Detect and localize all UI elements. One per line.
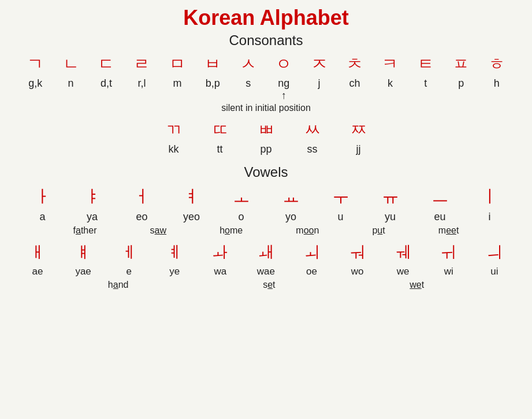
- example-wet: wet: [410, 280, 424, 290]
- silent-note: silent in initial position: [12, 103, 520, 113]
- vowel-o-char: ㅗ: [225, 185, 257, 209]
- vowel-eo-char: ㅓ: [126, 185, 158, 209]
- vowel-ya-char: ㅑ: [76, 185, 108, 209]
- vowel-yo-char: ㅛ: [275, 185, 307, 209]
- vowel-oe-roman: oe: [299, 266, 325, 277]
- roman-n: n: [59, 77, 83, 102]
- vowel-wo-roman: wo: [344, 266, 370, 277]
- vowel-ui-roman: ui: [481, 266, 507, 277]
- vowel-e-char: ㅔ: [116, 242, 142, 264]
- example-saw: saw: [150, 225, 166, 236]
- vowel-wae-roman: wae: [253, 266, 279, 277]
- vowel-wo-char: ㅝ: [344, 242, 370, 264]
- vowel-o-roman: o: [225, 211, 257, 223]
- vowel-ui-char: ㅢ: [481, 242, 507, 264]
- roman-rl: r,l: [130, 77, 153, 102]
- char-ng: ㅇ: [272, 53, 295, 75]
- roman-ch: ch: [343, 77, 366, 102]
- example-put: put: [372, 225, 385, 236]
- page-title: Korean Alphabet: [12, 6, 520, 30]
- doubled-ss-char: ㅆ: [301, 119, 324, 141]
- vowels-section: Vowels ㅏ ㅑ ㅓ ㅕ ㅗ ㅛ ㅜ ㅠ ㅡ ㅣ a ya eo yeo o…: [12, 164, 520, 290]
- char-p: ㅍ: [449, 53, 473, 75]
- vowel-ye-roman: ye: [162, 266, 188, 277]
- vowels1-chars-row: ㅏ ㅑ ㅓ ㅕ ㅗ ㅛ ㅜ ㅠ ㅡ ㅣ: [12, 185, 520, 209]
- doubled-jj-char: ㅉ: [347, 119, 370, 141]
- main-container: Korean Alphabet Consonants ㄱ ㄴ ㄷ ㄹ ㅁ ㅂ ㅅ…: [12, 6, 520, 293]
- vowel-ye-char: ㅖ: [162, 242, 188, 264]
- char-gk: ㄱ: [24, 53, 47, 75]
- vowel-ae-char: ㅐ: [25, 242, 51, 264]
- doubled-kk-roman: kk: [162, 143, 185, 155]
- doubled-pp-roman: pp: [255, 143, 278, 155]
- doubled-tt-roman: tt: [209, 143, 232, 155]
- consonants-roman-row: g,k n d,t r,l m b,p s ng↑ j ch k t p h: [12, 77, 520, 102]
- vowels1-roman-row: a ya eo yeo o yo u yu eu i: [12, 211, 520, 223]
- vowel-oe-char: ㅚ: [299, 242, 325, 264]
- example-home: home: [220, 225, 243, 236]
- roman-gk: g,k: [24, 77, 47, 102]
- vowel-yeo-roman: yeo: [176, 211, 207, 223]
- vowel-a-char: ㅏ: [27, 185, 58, 209]
- example-meet: meet: [438, 225, 459, 236]
- vowel-yo-roman: yo: [275, 211, 307, 223]
- char-s: ㅅ: [237, 53, 260, 75]
- roman-p: p: [449, 77, 473, 102]
- char-k: ㅋ: [378, 53, 401, 75]
- doubled-tt-char: ㄸ: [209, 119, 232, 141]
- char-m: ㅁ: [166, 53, 189, 75]
- vowel-ae-roman: ae: [25, 266, 51, 277]
- doubled-chars-row: ㄲ ㄸ ㅃ ㅆ ㅉ: [12, 119, 520, 141]
- doubled-ss-roman: ss: [301, 143, 324, 155]
- example-father: father: [73, 225, 97, 236]
- vowel-i-char: ㅣ: [474, 185, 505, 209]
- roman-t: t: [414, 77, 437, 102]
- doubled-kk-char: ㄲ: [162, 119, 185, 141]
- doubled-jj-roman: jj: [347, 143, 370, 155]
- vowel-eo-roman: eo: [126, 211, 158, 223]
- char-ch: ㅊ: [343, 53, 366, 75]
- roman-k: k: [378, 77, 401, 102]
- vowel-we-char: ㅞ: [390, 242, 416, 264]
- vowel-yu-char: ㅠ: [374, 185, 406, 209]
- char-h: ㅎ: [485, 53, 508, 75]
- roman-bp: b,p: [201, 77, 224, 102]
- vowel-yeo-char: ㅕ: [176, 185, 207, 209]
- vowel-u-roman: u: [325, 211, 356, 223]
- vowel-wi-roman: wi: [436, 266, 462, 277]
- char-dt: ㄷ: [95, 53, 118, 75]
- char-j: ㅈ: [308, 53, 331, 75]
- vowels1-examples-row: father saw home moon put meet: [12, 225, 520, 236]
- doubled-pp-char: ㅃ: [255, 119, 278, 141]
- example-hand: hand: [108, 280, 129, 290]
- roman-s: s: [237, 77, 260, 102]
- roman-h: h: [485, 77, 508, 102]
- vowel-wa-char: ㅘ: [207, 242, 233, 264]
- vowel-yae-char: ㅒ: [70, 242, 96, 264]
- vowel-yu-roman: yu: [374, 211, 406, 223]
- vowel-wa-roman: wa: [207, 266, 233, 277]
- vowel-i-roman: i: [474, 211, 505, 223]
- vowel-u-char: ㅜ: [325, 185, 356, 209]
- char-rl: ㄹ: [130, 53, 153, 75]
- roman-dt: d,t: [95, 77, 118, 102]
- char-n: ㄴ: [59, 53, 83, 75]
- vowel-we-roman: we: [390, 266, 416, 277]
- roman-ng: ng↑: [272, 77, 295, 102]
- roman-m: m: [166, 77, 189, 102]
- vowel-wi-char: ㅟ: [436, 242, 462, 264]
- char-bp: ㅂ: [201, 53, 224, 75]
- vowel-eu-char: ㅡ: [424, 185, 456, 209]
- char-t: ㅌ: [414, 53, 437, 75]
- consonants-title: Consonants: [12, 32, 520, 49]
- example-set: set: [263, 280, 275, 290]
- vowel-wae-char: ㅙ: [253, 242, 279, 264]
- vowel-a-roman: a: [27, 211, 58, 223]
- consonants-chars-row: ㄱ ㄴ ㄷ ㄹ ㅁ ㅂ ㅅ ㅇ ㅈ ㅊ ㅋ ㅌ ㅍ ㅎ: [12, 53, 520, 75]
- vowel-yae-roman: yae: [70, 266, 96, 277]
- roman-j: j: [308, 77, 331, 102]
- vowel-e-roman: e: [116, 266, 142, 277]
- vowels2-examples-row: hand set wet: [12, 280, 520, 290]
- vowel-ya-roman: ya: [76, 211, 108, 223]
- doubled-roman-row: kk tt pp ss jj: [12, 143, 520, 155]
